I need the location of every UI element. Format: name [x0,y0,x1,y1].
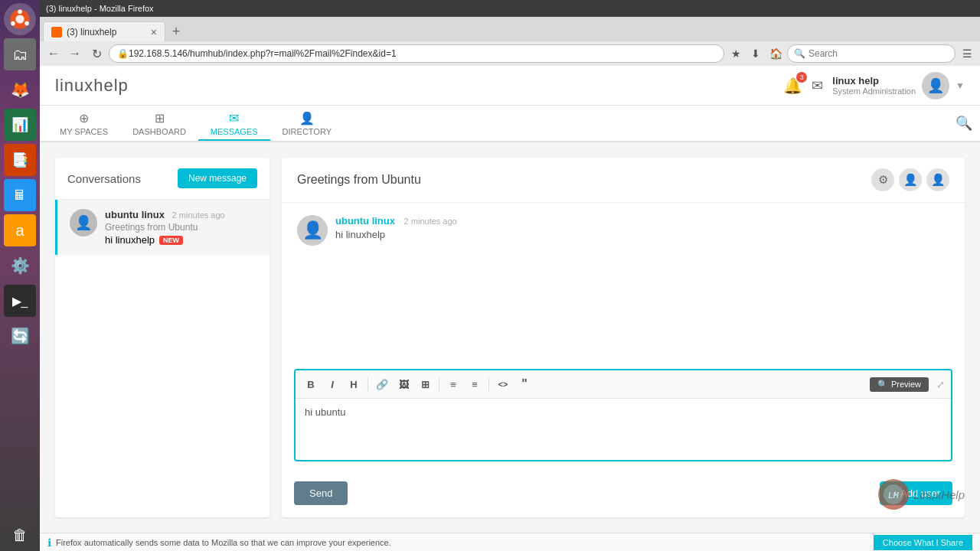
user-name: linux help [832,75,916,86]
list-ul-button[interactable]: ≡ [444,375,462,393]
nav-search-icon[interactable]: 🔍 [956,115,972,132]
preview-label: Preview [891,380,921,389]
mail-icon[interactable]: ✉ [812,77,823,94]
forward-button[interactable]: → [66,44,84,63]
browser-title: (3) linuxhelp - Mozilla Firefox [46,4,154,13]
table-button[interactable]: ⊞ [416,375,434,393]
italic-button[interactable]: I [323,375,341,393]
new-tab-button[interactable]: + [165,21,187,41]
user-avatar[interactable]: 👤 [922,72,949,99]
toolbar-separator-2 [439,377,439,391]
preview-button[interactable]: 🔍 Preview [870,377,929,392]
browser-tab-active[interactable]: (3) linuxhelp × [43,21,165,41]
toolbar-separator-3 [488,377,489,391]
heading-button[interactable]: H [345,375,363,393]
downloads-button[interactable]: ⬇ [747,45,764,62]
svg-point-4 [11,21,15,26]
bold-button[interactable]: B [302,375,320,393]
taskbar-software-icon[interactable]: 🔄 [4,320,36,352]
new-message-button[interactable]: New message [178,168,257,188]
search-bar[interactable]: 🔍 [787,44,956,63]
refresh-button[interactable]: ↻ [87,44,106,63]
taskbar-amazon-icon[interactable]: a [4,214,36,246]
sender-name: ubuntu linux [335,215,395,227]
search-icon: 🔍 [794,48,805,59]
browser-chrome: (3) linuxhelp - Mozilla Firefox (3) linu… [40,0,980,66]
taskbar-files-icon[interactable]: 🗂 [4,38,36,70]
os-taskbar: 🗂 🦊 📊 📑 🖩 a ⚙️ ▶_ 🔄 🗑 [0,0,40,551]
browser-tabs: (3) linuxhelp × + [40,17,980,41]
reply-text-area[interactable]: hi ubuntu [296,399,951,460]
home-button[interactable]: 🏠 [767,45,784,62]
nav-item-myspaces[interactable]: ⊕ MY SPACES [47,108,120,141]
user2-header-icon[interactable]: 👤 [926,168,949,191]
app-logo: linuxhelp [55,76,129,96]
header-right: 🔔 3 ✉ linux help System Administration 👤… [783,72,965,99]
notifications-bell[interactable]: 🔔 3 [783,77,802,95]
tab-close-button[interactable]: × [151,26,157,38]
conv-time: 2 minutes ago [172,210,225,220]
back-button[interactable]: ← [44,44,63,63]
address-bar[interactable]: 🔒 [109,44,724,63]
taskbar-spreadsheet-icon[interactable]: 📊 [4,109,36,141]
status-bar: ℹ Firefox automatically sends some data … [40,533,980,551]
nav-item-dashboard[interactable]: ⊞ DASHBOARD [120,108,198,141]
status-left: ℹ Firefox automatically sends some data … [47,536,391,549]
settings-header-icon[interactable]: ⚙ [871,168,894,191]
conv-preview: Greetings from Ubuntu [105,222,257,233]
code-button[interactable]: <> [494,375,512,393]
taskbar-ubuntu-icon[interactable] [4,3,36,35]
svg-point-2 [18,9,22,14]
reply-editor: B I H 🔗 🖼 ⊞ ≡ ≡ <> " 🔍 Preview [294,369,952,461]
conv-message-text: hi linuxhelp [105,234,155,246]
quote-button[interactable]: " [515,375,534,393]
notification-badge: 3 [796,72,807,83]
menu-button[interactable]: ☰ [959,45,975,62]
messages-icon: ✉ [229,111,239,126]
app-nav: ⊕ MY SPACES ⊞ DASHBOARD ✉ MESSAGES 👤 DIR… [40,106,980,142]
bookmark-star-button[interactable]: ★ [727,45,744,62]
choose-share-button[interactable]: Choose What I Share [874,535,972,550]
conversations-panel: Conversations New message 👤 ubuntu linux… [55,158,270,517]
svg-point-1 [15,15,24,23]
svg-point-3 [24,21,29,26]
tab-favicon [51,27,62,37]
lh-logo-text: LinuxHelp [913,488,965,501]
conv-avatar: 👤 [70,209,97,236]
lh-logo-circle: LH [878,479,909,510]
message-title: Greetings from Ubuntu [297,173,421,187]
editor-expand-icon[interactable]: ⤢ [936,379,945,390]
new-badge: NEW [159,236,183,245]
send-button[interactable]: Send [294,481,348,505]
message-header-icons: ⚙ 👤 👤 [871,168,949,191]
message-body: ubuntu linux 2 minutes ago hi linuxhelp [335,215,457,246]
image-button[interactable]: 🖼 [394,375,413,393]
status-info-icon: ℹ [47,536,51,549]
conversation-item[interactable]: 👤 ubuntu linux 2 minutes ago Greetings f… [55,200,270,255]
nav-item-messages[interactable]: ✉ MESSAGES [198,108,270,141]
status-right: Choose What I Share [874,535,972,550]
list-ol-button[interactable]: ≡ [466,375,484,393]
sender-avatar: 👤 [297,215,328,246]
user1-header-icon[interactable]: 👤 [899,168,922,191]
taskbar-browser-icon[interactable]: 🦊 [4,73,36,106]
message-thread: 👤 ubuntu linux 2 minutes ago hi linuxhel… [282,203,965,369]
directory-icon: 👤 [299,111,315,126]
search-input[interactable] [808,48,949,59]
taskbar-calc-icon[interactable]: 🖩 [4,179,36,211]
conversations-list: 👤 ubuntu linux 2 minutes ago Greetings f… [55,200,270,517]
nav-item-directory[interactable]: 👤 DIRECTORY [270,108,344,141]
message-header: Greetings from Ubuntu ⚙ 👤 👤 [282,158,965,203]
taskbar-presentation-icon[interactable]: 📑 [4,144,36,176]
link-button[interactable]: 🔗 [373,375,391,393]
taskbar-settings-icon[interactable]: ⚙️ [4,249,36,282]
nav-label-dashboard: DASHBOARD [132,127,186,136]
user-dropdown-icon[interactable]: ▼ [956,80,965,91]
taskbar-terminal-icon[interactable]: ▶_ [4,285,36,317]
conv-name: ubuntu linux [105,209,165,220]
taskbar-trash-icon[interactable]: 🗑 [4,519,36,551]
conv-message-row: hi linuxhelp NEW [105,234,257,246]
user-role: System Administration [832,86,916,96]
url-input[interactable] [129,48,716,59]
message-text: hi linuxhelp [335,229,457,240]
